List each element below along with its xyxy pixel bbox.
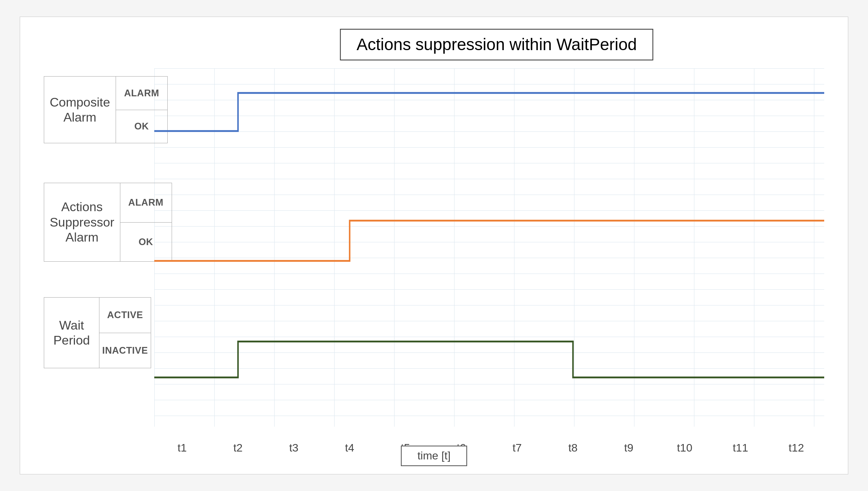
chart-container: Actions suppression within WaitPeriod Co…: [20, 17, 848, 474]
diagram-area: CompositeAlarm ALARM OK ActionsSuppresso…: [44, 68, 824, 427]
time-label-t10: t10: [657, 442, 713, 454]
actions-suppressor-label: ActionsSuppressorAlarm: [44, 183, 120, 261]
composite-alarm-line: [154, 93, 824, 131]
wait-period-state-inactive: INACTIVE: [99, 333, 151, 368]
wait-period-states: ACTIVE INACTIVE: [99, 298, 151, 368]
row-composite-alarm: CompositeAlarm ALARM OK: [44, 76, 168, 143]
time-axis: t1 t2 t3 t4 t5 t6 t7 t8 t9 t10 t11 t12: [154, 442, 824, 454]
chart-title: Actions suppression within WaitPeriod: [340, 29, 653, 60]
wait-period-state-active: ACTIVE: [99, 298, 151, 333]
time-label-t7: t7: [489, 442, 545, 454]
time-label-t3: t3: [266, 442, 322, 454]
time-label-t12: t12: [769, 442, 825, 454]
actions-suppressor-line: [154, 221, 824, 261]
time-label-t8: t8: [545, 442, 601, 454]
time-label-t11: t11: [713, 442, 769, 454]
time-label-t4: t4: [322, 442, 378, 454]
time-unit-label: time [t]: [401, 446, 467, 466]
row-wait-period: WaitPeriod ACTIVE INACTIVE: [44, 297, 151, 368]
composite-alarm-label: CompositeAlarm: [44, 77, 116, 143]
wait-period-label: WaitPeriod: [44, 298, 99, 368]
time-label-t9: t9: [601, 442, 657, 454]
time-label-t1: t1: [154, 442, 210, 454]
chart-lines-svg: [154, 68, 824, 427]
wait-period-line: [154, 341, 824, 377]
row-actions-suppressor: ActionsSuppressorAlarm ALARM OK: [44, 183, 172, 262]
time-label-t2: t2: [210, 442, 266, 454]
